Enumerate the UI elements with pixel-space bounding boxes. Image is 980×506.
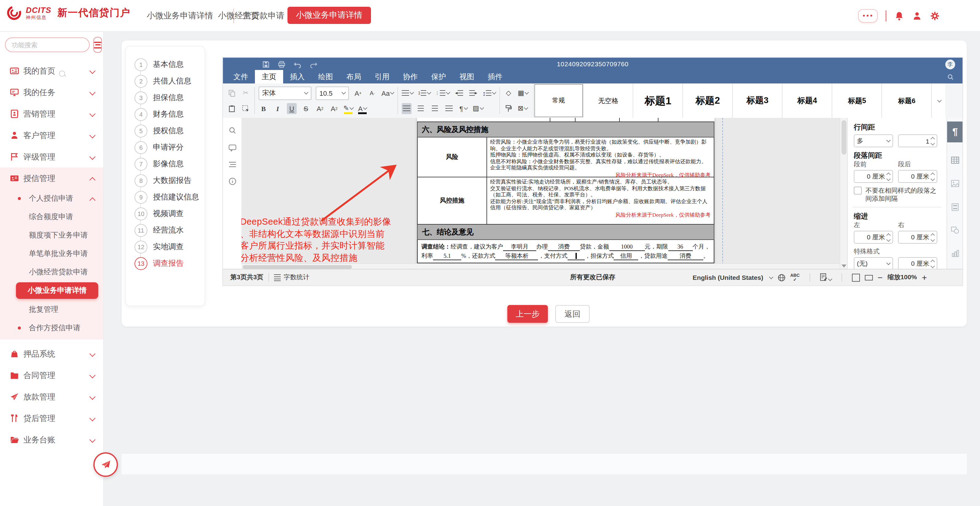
sidebar-collapse-button[interactable] <box>93 37 102 53</box>
document-page[interactable]: 六、风险及风控措施 风险 经营风险：小微企业市场竞争力弱，易受行业波动（如政策变… <box>417 118 714 270</box>
globe-icon[interactable] <box>777 273 785 281</box>
menu-tab-file[interactable]: 文件 <box>227 70 255 84</box>
step-item[interactable]: 8大数据报告 <box>126 173 205 189</box>
nav-tab-micro-detail[interactable]: 小微业务申请详情 <box>147 0 213 31</box>
step-item-active[interactable]: 13调查报告 <box>126 255 205 272</box>
style-gallery-expand[interactable] <box>932 84 946 118</box>
cut-icon[interactable]: ✂ <box>241 87 251 98</box>
step-item[interactable]: 3担保信息 <box>126 90 205 106</box>
copy-icon[interactable] <box>227 87 237 98</box>
sidebar-item-single-batch[interactable]: 单笔单批业务申请 <box>0 244 103 263</box>
chart-panel-icon[interactable] <box>947 243 963 264</box>
page-indicator[interactable]: 第3页共3页 <box>230 273 263 282</box>
spellcheck-icon[interactable]: ABC✓ <box>790 273 799 282</box>
align-center-icon[interactable] <box>416 103 426 114</box>
style-heading2[interactable]: 标题2 <box>683 84 733 118</box>
style-heading3[interactable]: 标题3 <box>733 84 783 118</box>
eraser-icon[interactable]: ◇ <box>504 87 514 98</box>
spacing-after-input[interactable]: 0 厘米 <box>898 170 937 183</box>
align-left-icon[interactable] <box>402 103 412 114</box>
style-heading6[interactable]: 标题6 <box>882 84 932 118</box>
sidebar-item-personal-credit[interactable]: 个人授信申请 <box>0 189 103 208</box>
format-painter-icon[interactable] <box>504 103 514 114</box>
sidebar-item-collateral[interactable]: 押品系统 <box>0 343 103 365</box>
sidebar-item-customers[interactable]: 客户管理 <box>0 125 103 146</box>
sidebar-item-partner-credit[interactable]: 合作方授信申请 <box>0 319 103 337</box>
step-item[interactable]: 12实地调查 <box>126 239 205 255</box>
menu-tab-references[interactable]: 引用 <box>368 70 396 84</box>
track-changes-icon[interactable] <box>820 273 832 282</box>
vertical-scrollbar[interactable] <box>840 118 848 270</box>
strikethrough-icon[interactable]: S <box>301 103 311 114</box>
step-item[interactable]: 9授信建议信息 <box>126 189 205 206</box>
style-heading5[interactable]: 标题5 <box>833 84 882 118</box>
horizontal-scrollbar[interactable] <box>242 263 847 270</box>
conclusion-block[interactable]: 调查结论：经调查，建议为客户李明月办理消费贷款，金额1000元，期限36个月，利… <box>417 240 714 263</box>
search-input[interactable] <box>5 37 90 52</box>
step-item[interactable]: 1基本信息 <box>126 57 205 73</box>
bell-icon[interactable] <box>894 11 904 21</box>
paragraph-mark-icon[interactable]: ¶ <box>458 103 468 114</box>
indent-right-input[interactable]: 0 厘米 <box>898 231 937 244</box>
paste-icon[interactable] <box>227 103 237 114</box>
document-canvas[interactable]: 六、风险及风控措施 风险 经营风险：小微企业市场竞争力弱，易受行业波动（如政策变… <box>242 118 847 270</box>
increase-indent-icon[interactable]: ▸ <box>468 87 478 98</box>
align-right-icon[interactable] <box>430 103 440 114</box>
sidebar-item-rating[interactable]: 评级管理 <box>0 146 103 168</box>
change-case-icon[interactable]: Aa <box>382 87 394 98</box>
step-item[interactable]: 7影像信息 <box>126 156 205 173</box>
floating-send-button[interactable] <box>93 452 118 477</box>
grow-font-icon[interactable]: A+ <box>353 87 363 98</box>
shrink-font-icon[interactable]: A- <box>367 87 377 98</box>
outline-icon[interactable] <box>228 162 236 168</box>
bold-icon[interactable]: B <box>259 103 269 114</box>
zoom-out-button[interactable]: − <box>878 273 883 282</box>
line-spacing-select[interactable]: 多 <box>854 135 893 147</box>
multilevel-list-icon[interactable]: ⋮ <box>435 87 450 98</box>
sidebar-item-micro-detail-active[interactable]: 小微业务申请详情 <box>16 282 98 299</box>
special-amount-input[interactable]: 0 厘米 <box>898 257 937 270</box>
menu-tab-draw[interactable]: 绘图 <box>312 70 340 84</box>
more-menu-button[interactable] <box>858 9 877 22</box>
sidebar-item-approval-mgmt[interactable]: 批复管理 <box>0 300 103 319</box>
style-no-spacing[interactable]: 无空格 <box>584 84 633 118</box>
sidebar-item-ledger[interactable]: 业务台账 <box>0 429 103 450</box>
menu-tab-view[interactable]: 视图 <box>453 70 481 84</box>
user-icon[interactable] <box>912 11 922 21</box>
indent-left-input[interactable]: 0 厘米 <box>854 231 893 244</box>
menu-tab-layout[interactable]: 布局 <box>340 70 368 84</box>
shapes-panel-icon[interactable] <box>947 220 963 241</box>
menu-tab-collaborate[interactable]: 协作 <box>396 70 425 84</box>
sidebar-item-micro-loan-apply[interactable]: 小微经营贷款申请 <box>0 263 103 281</box>
sidebar-item-post-loan[interactable]: 贷后管理 <box>0 408 103 429</box>
sidebar-item-contracts[interactable]: 合同管理 <box>0 365 103 386</box>
font-color-icon[interactable]: A <box>358 103 367 114</box>
editor-search-icon[interactable] <box>947 74 954 80</box>
highlight-icon[interactable]: ✎ <box>344 103 353 114</box>
underline-icon[interactable]: U <box>287 103 297 114</box>
style-normal[interactable]: 常规 <box>534 84 584 118</box>
back-button[interactable]: 返回 <box>555 305 590 323</box>
decrease-indent-icon[interactable]: ◂ <box>454 87 464 98</box>
step-item[interactable]: 2共借人信息 <box>126 73 205 90</box>
menu-tab-insert[interactable]: 插入 <box>283 70 312 84</box>
menu-tab-home[interactable]: 主页 <box>255 70 283 84</box>
bullet-list-icon[interactable] <box>402 87 414 98</box>
subscript-icon[interactable]: A2 <box>329 103 339 114</box>
justify-icon[interactable] <box>444 103 454 114</box>
nav-tab-active[interactable]: 小微业务申请详情 <box>288 7 371 24</box>
line-spacing-icon[interactable]: ↕ <box>482 87 496 98</box>
menu-tab-protect[interactable]: 保护 <box>425 70 453 84</box>
font-size-select[interactable]: 10.5 <box>316 86 349 100</box>
menu-tab-plugins[interactable]: 插件 <box>481 70 509 84</box>
mail-merge-icon[interactable]: ⊠ <box>518 103 528 114</box>
line-spacing-value[interactable]: 1 <box>898 135 937 147</box>
font-name-select[interactable]: 宋体 <box>259 86 312 100</box>
step-item[interactable]: 11经营流水 <box>126 222 205 239</box>
sidebar-item-disbursement[interactable]: 放款管理 <box>0 386 103 408</box>
sidebar-item-comprehensive-limit[interactable]: 综合额度申请 <box>0 208 103 226</box>
style-heading1[interactable]: 标题1 <box>633 84 683 118</box>
numbered-list-icon[interactable]: 1 <box>418 87 431 98</box>
zoom-in-button[interactable]: + <box>922 273 927 282</box>
step-item[interactable]: 4财务信息 <box>126 106 205 123</box>
